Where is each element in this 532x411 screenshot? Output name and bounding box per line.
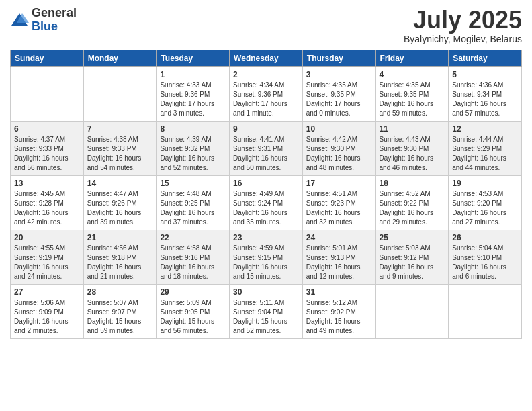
weekday-header-row: Sunday Monday Tuesday Wednesday Thursday… [11, 50, 522, 66]
day-info: Sunrise: 4:56 AMSunset: 9:18 PMDaylight:… [87, 244, 153, 281]
day-info: Sunrise: 4:43 AMSunset: 9:30 PMDaylight:… [380, 135, 445, 173]
day-number: 19 [452, 179, 518, 188]
day-info: Sunrise: 5:09 AMSunset: 9:05 PMDaylight:… [160, 298, 226, 336]
location: Byalynichy, Mogilev, Belarus [404, 34, 522, 44]
day-info: Sunrise: 4:58 AMSunset: 9:16 PMDaylight:… [160, 244, 226, 281]
day-info: Sunrise: 5:03 AMSunset: 9:12 PMDaylight:… [380, 244, 445, 281]
day-number: 28 [87, 287, 153, 297]
table-row: 31Sunrise: 5:12 AMSunset: 9:02 PMDayligh… [302, 284, 375, 338]
table-row: 20Sunrise: 4:55 AMSunset: 9:19 PMDayligh… [11, 230, 84, 284]
day-number: 22 [160, 233, 226, 242]
day-number: 21 [87, 233, 153, 242]
day-number: 24 [306, 233, 372, 242]
day-number: 17 [306, 179, 372, 188]
day-info: Sunrise: 4:37 AMSunset: 9:33 PMDaylight:… [14, 135, 80, 173]
table-row: 21Sunrise: 4:56 AMSunset: 9:18 PMDayligh… [83, 230, 157, 284]
table-row [375, 284, 449, 338]
table-row: 19Sunrise: 4:53 AMSunset: 9:20 PMDayligh… [449, 175, 522, 230]
table-row: 17Sunrise: 4:51 AMSunset: 9:23 PMDayligh… [302, 175, 375, 230]
table-row: 15Sunrise: 4:48 AMSunset: 9:25 PMDayligh… [157, 175, 230, 230]
month-title: July 2025 [404, 7, 522, 34]
table-row: 24Sunrise: 5:01 AMSunset: 9:13 PMDayligh… [302, 230, 375, 284]
day-number: 5 [452, 70, 518, 79]
day-number: 27 [14, 287, 80, 297]
day-info: Sunrise: 4:33 AMSunset: 9:36 PMDaylight:… [160, 81, 226, 118]
day-info: Sunrise: 4:34 AMSunset: 9:36 PMDaylight:… [233, 81, 299, 118]
day-number: 30 [233, 287, 299, 297]
calendar-week-row: 27Sunrise: 5:06 AMSunset: 9:09 PMDayligh… [11, 284, 522, 338]
calendar-week-row: 20Sunrise: 4:55 AMSunset: 9:19 PMDayligh… [11, 230, 522, 284]
header-sunday: Sunday [11, 50, 84, 66]
day-number: 1 [160, 70, 226, 79]
table-row: 2Sunrise: 4:34 AMSunset: 9:36 PMDaylight… [230, 66, 303, 121]
table-row: 9Sunrise: 4:41 AMSunset: 9:31 PMDaylight… [230, 121, 303, 175]
day-info: Sunrise: 4:36 AMSunset: 9:34 PMDaylight:… [452, 81, 518, 118]
day-number: 11 [380, 124, 445, 134]
table-row: 4Sunrise: 4:35 AMSunset: 9:35 PMDaylight… [375, 66, 449, 121]
day-info: Sunrise: 4:39 AMSunset: 9:32 PMDaylight:… [160, 135, 226, 173]
day-info: Sunrise: 4:38 AMSunset: 9:33 PMDaylight:… [87, 135, 153, 173]
calendar-week-row: 13Sunrise: 4:45 AMSunset: 9:28 PMDayligh… [11, 175, 522, 230]
day-info: Sunrise: 4:52 AMSunset: 9:22 PMDaylight:… [380, 189, 445, 227]
header-friday: Friday [375, 50, 449, 66]
calendar-page: General Blue July 2025 Byalynichy, Mogil… [0, 0, 532, 411]
day-info: Sunrise: 4:51 AMSunset: 9:23 PMDaylight:… [306, 189, 372, 227]
day-info: Sunrise: 5:11 AMSunset: 9:04 PMDaylight:… [233, 298, 299, 336]
day-number: 16 [233, 179, 299, 188]
day-number: 14 [87, 179, 153, 188]
logo: General Blue [10, 7, 77, 34]
day-number: 31 [306, 287, 372, 297]
logo-text: General Blue [32, 7, 77, 34]
day-number: 29 [160, 287, 226, 297]
day-number: 2 [233, 70, 299, 79]
table-row: 11Sunrise: 4:43 AMSunset: 9:30 PMDayligh… [375, 121, 449, 175]
day-number: 6 [14, 124, 80, 134]
table-row: 7Sunrise: 4:38 AMSunset: 9:33 PMDaylight… [83, 121, 157, 175]
calendar-week-row: 1Sunrise: 4:33 AMSunset: 9:36 PMDaylight… [11, 66, 522, 121]
day-number: 23 [233, 233, 299, 242]
calendar-table: Sunday Monday Tuesday Wednesday Thursday… [10, 50, 522, 339]
day-number: 20 [14, 233, 80, 242]
day-info: Sunrise: 4:35 AMSunset: 9:35 PMDaylight:… [380, 81, 445, 118]
table-row: 12Sunrise: 4:44 AMSunset: 9:29 PMDayligh… [449, 121, 522, 175]
table-row: 6Sunrise: 4:37 AMSunset: 9:33 PMDaylight… [11, 121, 84, 175]
table-row: 8Sunrise: 4:39 AMSunset: 9:32 PMDaylight… [157, 121, 230, 175]
table-row: 26Sunrise: 5:04 AMSunset: 9:10 PMDayligh… [449, 230, 522, 284]
day-info: Sunrise: 4:53 AMSunset: 9:20 PMDaylight:… [452, 189, 518, 227]
calendar-week-row: 6Sunrise: 4:37 AMSunset: 9:33 PMDaylight… [11, 121, 522, 175]
day-number: 13 [14, 179, 80, 188]
day-info: Sunrise: 4:35 AMSunset: 9:35 PMDaylight:… [306, 81, 372, 118]
day-info: Sunrise: 4:44 AMSunset: 9:29 PMDaylight:… [452, 135, 518, 173]
header-saturday: Saturday [449, 50, 522, 66]
day-number: 15 [160, 179, 226, 188]
table-row: 30Sunrise: 5:11 AMSunset: 9:04 PMDayligh… [230, 284, 303, 338]
table-row: 25Sunrise: 5:03 AMSunset: 9:12 PMDayligh… [375, 230, 449, 284]
table-row: 23Sunrise: 4:59 AMSunset: 9:15 PMDayligh… [230, 230, 303, 284]
table-row: 27Sunrise: 5:06 AMSunset: 9:09 PMDayligh… [11, 284, 84, 338]
table-row: 18Sunrise: 4:52 AMSunset: 9:22 PMDayligh… [375, 175, 449, 230]
table-row: 13Sunrise: 4:45 AMSunset: 9:28 PMDayligh… [11, 175, 84, 230]
title-area: July 2025 Byalynichy, Mogilev, Belarus [404, 7, 522, 44]
day-number: 4 [380, 70, 445, 79]
table-row: 28Sunrise: 5:07 AMSunset: 9:07 PMDayligh… [83, 284, 157, 338]
day-number: 12 [452, 124, 518, 134]
day-number: 7 [87, 124, 153, 134]
table-row: 3Sunrise: 4:35 AMSunset: 9:35 PMDaylight… [302, 66, 375, 121]
header: General Blue July 2025 Byalynichy, Mogil… [10, 7, 522, 44]
day-number: 25 [380, 233, 445, 242]
day-info: Sunrise: 4:49 AMSunset: 9:24 PMDaylight:… [233, 189, 299, 227]
logo-blue: Blue [32, 20, 77, 34]
day-number: 26 [452, 233, 518, 242]
day-info: Sunrise: 4:55 AMSunset: 9:19 PMDaylight:… [14, 244, 80, 281]
day-info: Sunrise: 5:12 AMSunset: 9:02 PMDaylight:… [306, 298, 372, 336]
day-number: 8 [160, 124, 226, 134]
table-row [11, 66, 84, 121]
table-row: 10Sunrise: 4:42 AMSunset: 9:30 PMDayligh… [302, 121, 375, 175]
day-info: Sunrise: 4:45 AMSunset: 9:28 PMDaylight:… [14, 189, 80, 227]
day-info: Sunrise: 5:04 AMSunset: 9:10 PMDaylight:… [452, 244, 518, 281]
day-info: Sunrise: 4:48 AMSunset: 9:25 PMDaylight:… [160, 189, 226, 227]
day-info: Sunrise: 4:47 AMSunset: 9:26 PMDaylight:… [87, 189, 153, 227]
table-row: 16Sunrise: 4:49 AMSunset: 9:24 PMDayligh… [230, 175, 303, 230]
table-row [449, 284, 522, 338]
day-info: Sunrise: 4:41 AMSunset: 9:31 PMDaylight:… [233, 135, 299, 173]
